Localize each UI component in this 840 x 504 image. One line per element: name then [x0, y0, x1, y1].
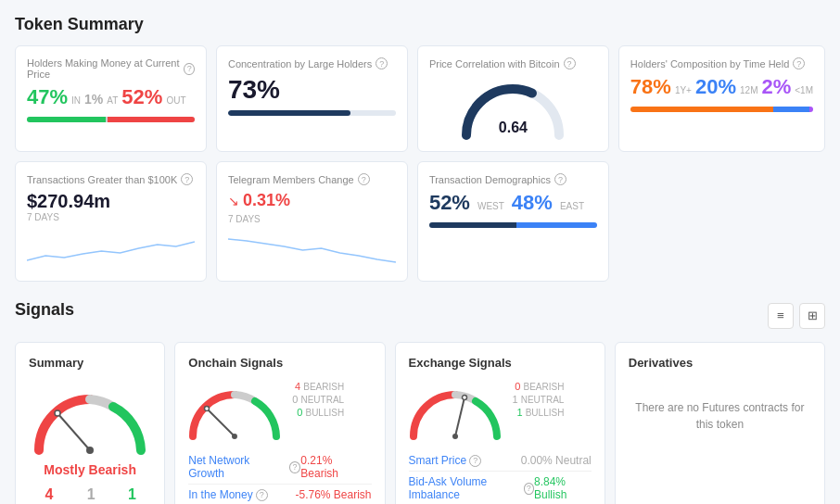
transaction-demo-help-icon[interactable]: ?: [554, 173, 566, 185]
price-correlation-card: Price Correlation with Bitcoin ? 0.64: [417, 45, 609, 152]
bid-ask-label[interactable]: Bid-Ask Volume Imbalance ?: [409, 475, 534, 501]
exchange-neutral-count: 1 NEUTRAL: [513, 394, 565, 405]
demo-east-label: EAST: [560, 201, 584, 211]
concentration-title: Concentration by Large Holders ?: [228, 57, 396, 69]
derivatives-title: Derivatives: [629, 356, 811, 370]
signal-row-net-network: Net Network Growth ? 0.21% Bearish: [188, 450, 371, 485]
summary-signal-card: Summary Mostly Bearish 4: [15, 342, 165, 504]
exchange-signal-table: Smart Price ? 0.00% Neutral Bid-Ask Volu…: [409, 450, 592, 504]
svg-point-7: [452, 434, 458, 439]
empty-card: [618, 161, 825, 282]
derivatives-card: Derivatives There are no Futures contrac…: [615, 342, 825, 504]
bid-ask-value: 8.84% Bullish: [534, 475, 592, 501]
holders-money-title: Holders Making Money at Current Price ?: [27, 57, 195, 80]
signal-row-smart-price: Smart Price ? 0.00% Neutral: [409, 450, 592, 472]
onchain-signal-table: Net Network Growth ? 0.21% Bearish In th…: [188, 450, 371, 504]
price-correlation-help-icon[interactable]: ?: [564, 57, 576, 69]
summary-gauge: [29, 381, 151, 455]
telegram-change: ↘ 0.31%: [228, 191, 396, 210]
smart-price-value: 0.00% Neutral: [521, 454, 592, 467]
onchain-signals-card: Onchain Signals 4 BEARISH 0: [174, 342, 385, 504]
signal-row-bid-ask: Bid-Ask Volume Imbalance ? 8.84% Bullish: [409, 472, 592, 504]
at-label: AT: [107, 95, 118, 106]
svg-point-4: [232, 434, 237, 439]
comp-12m-pct: 20%: [695, 75, 736, 99]
comp-12m-label: 12M: [740, 85, 757, 95]
onchain-bearish-count: 4 BEARISH: [295, 381, 344, 392]
svg-point-2: [55, 410, 60, 416]
onchain-title: Onchain Signals: [188, 356, 371, 370]
comp-1m-pct: 2%: [761, 75, 791, 99]
holders-composition-help-icon[interactable]: ?: [793, 57, 805, 69]
comp-1y-pct: 78%: [630, 75, 671, 99]
demo-west-pct: 52%: [429, 191, 470, 215]
onchain-neutral-count: 0 NEUTRAL: [292, 394, 344, 405]
svg-point-5: [205, 407, 210, 411]
signals-grid: Summary Mostly Bearish 4: [15, 342, 825, 504]
onchain-bullish-count: 0 BULLISH: [297, 407, 344, 418]
demo-west-fill: [429, 222, 516, 228]
telegram-pct: 0.31%: [243, 191, 290, 210]
holders-composition-title: Holders' Composition by Time Held ?: [630, 57, 813, 69]
transactions-help-icon[interactable]: ?: [181, 173, 193, 185]
smart-price-label[interactable]: Smart Price ?: [409, 454, 482, 467]
composition-bar: [630, 107, 813, 112]
comp-1y-label: 1Y+: [675, 85, 692, 95]
exchange-bullish-count: 1 BULLISH: [517, 407, 565, 418]
at-percent: 1%: [84, 92, 103, 107]
price-correlation-title: Price Correlation with Bitcoin ?: [429, 57, 597, 69]
concentration-help-icon[interactable]: ?: [375, 57, 388, 69]
in-money-value: -5.76% Bearish: [295, 488, 371, 501]
svg-line-0: [57, 413, 90, 450]
grid-view-button[interactable]: ⊞: [799, 303, 825, 329]
concentration-bar: [228, 110, 396, 116]
svg-point-1: [86, 447, 94, 454]
holders-money-help-icon[interactable]: ?: [184, 63, 194, 75]
exchange-bearish-count: 0 BEARISH: [515, 381, 564, 392]
comp-orange-fill: [630, 107, 773, 112]
transactions-days: 7 DAYS: [27, 212, 195, 222]
demo-bar: [429, 222, 597, 228]
token-summary-grid: Holders Making Money at Current Price ? …: [15, 45, 825, 282]
in-progress: [27, 117, 106, 122]
net-network-help-icon[interactable]: ?: [289, 461, 301, 473]
transactions-chart: [27, 228, 195, 265]
holders-composition-card: Holders' Composition by Time Held ? 78% …: [618, 45, 825, 152]
comp-1m-label: <1M: [795, 85, 813, 95]
in-money-label[interactable]: In the Money ?: [188, 488, 267, 501]
telegram-chart: [228, 230, 396, 267]
onchain-gauge-svg: [188, 381, 281, 441]
svg-line-6: [455, 397, 465, 436]
bid-ask-help-icon[interactable]: ?: [524, 483, 534, 495]
in-percent: 47%: [27, 85, 68, 109]
derivatives-message: There are no Futures contracts for this …: [629, 381, 811, 433]
in-money-help-icon[interactable]: ?: [256, 489, 268, 501]
correlation-value: 0.64: [499, 120, 528, 136]
telegram-help-icon[interactable]: ?: [358, 173, 370, 185]
summary-gauge-svg: [30, 381, 150, 455]
exchange-top: 0 BEARISH 1 NEUTRAL 1 BULLISH: [409, 381, 592, 441]
holders-progress-bar: [27, 117, 195, 122]
list-view-button[interactable]: ≡: [768, 303, 794, 329]
out-label: OUT: [166, 95, 185, 106]
summary-signal-title: Summary: [29, 356, 151, 370]
transactions-card: Transactions Greater than $100K ? $270.9…: [15, 161, 207, 282]
concentration-fill: [228, 110, 350, 116]
transactions-value: $270.94m: [27, 191, 195, 212]
exchange-gauge-svg: [409, 381, 502, 441]
concentration-card: Concentration by Large Holders ? 73%: [216, 45, 408, 152]
comp-purple-fill: [809, 107, 813, 112]
telegram-title: Telegram Members Change ?: [228, 173, 396, 185]
telegram-card: Telegram Members Change ? ↘ 0.31% 7 DAYS: [216, 161, 408, 282]
comp-blue-fill: [773, 107, 809, 112]
out-percent: 52%: [121, 85, 162, 109]
svg-line-3: [207, 409, 235, 436]
in-label: IN: [71, 95, 81, 106]
smart-price-help-icon[interactable]: ?: [469, 455, 481, 467]
net-network-label[interactable]: Net Network Growth ?: [188, 454, 300, 480]
transaction-demo-card: Transaction Demographics ? 52% WEST 48% …: [417, 161, 609, 282]
onchain-counts: 4 BEARISH 0 NEUTRAL 0 BULLISH: [292, 381, 344, 418]
transaction-demo-title: Transaction Demographics ?: [429, 173, 597, 185]
signals-section-header: Signals ≡ ⊞: [15, 300, 825, 331]
telegram-arrow-icon: ↘: [228, 194, 239, 208]
